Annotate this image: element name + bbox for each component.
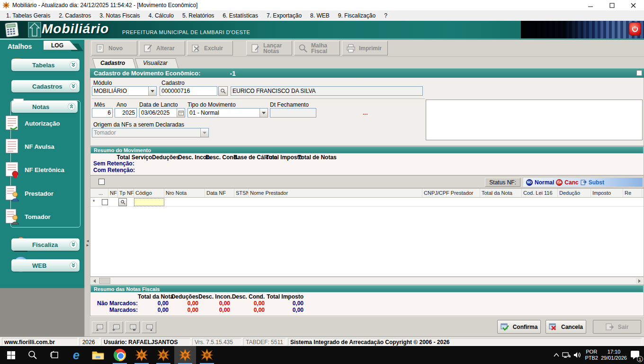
table-row[interactable]: * bbox=[90, 198, 644, 207]
network-icon[interactable] bbox=[562, 352, 571, 358]
log-tab[interactable]: LOG bbox=[44, 41, 78, 50]
data-lancto-input[interactable]: 03/06/2025 bbox=[139, 108, 185, 118]
chevron-up-icon[interactable] bbox=[68, 103, 75, 110]
grid-col-tpnf[interactable]: Tp NF bbox=[118, 189, 134, 197]
menu-fiscalizacao[interactable]: 9. Fiscalização bbox=[334, 11, 380, 20]
menu-estatisticas[interactable]: 6. Estatísticas bbox=[218, 11, 262, 20]
menu-notas-fiscais[interactable]: 3. Notas Fiscais bbox=[95, 11, 144, 20]
sidebar-item-prestador[interactable]: Prestador bbox=[4, 185, 54, 202]
close-icon[interactable] bbox=[623, 0, 644, 10]
sidebar-item-tabelas[interactable]: Tabelas bbox=[11, 59, 80, 71]
grid-col-codigo[interactable]: Código bbox=[134, 189, 164, 197]
grid-col-stsnf[interactable]: STSNF bbox=[234, 189, 249, 197]
excluir-button[interactable]: Excluir bbox=[187, 41, 233, 55]
tipo-movimento-select[interactable]: 01 - Normal bbox=[188, 108, 268, 118]
chevron-down-icon[interactable] bbox=[70, 262, 77, 269]
grid-col-nro-nota[interactable]: Nro Nota bbox=[164, 189, 205, 197]
cancela-button[interactable]: Cancela bbox=[546, 320, 586, 334]
grid-col-deducao[interactable]: Dedução bbox=[558, 189, 591, 197]
grid-col-nome-prestador[interactable]: Nome Prestador bbox=[249, 189, 422, 197]
grid-col-re[interactable]: Re bbox=[623, 189, 642, 197]
language-indicator[interactable]: POR PTB2 bbox=[585, 349, 598, 361]
observacao-box[interactable] bbox=[426, 100, 643, 140]
nav-first-button[interactable] bbox=[92, 321, 107, 333]
scrollbar-thumb[interactable] bbox=[99, 278, 110, 284]
tray-chevron-icon[interactable] bbox=[554, 353, 559, 357]
menu-relatorios[interactable]: 5. Relatórios bbox=[178, 11, 218, 20]
minimize-icon[interactable] bbox=[580, 0, 601, 10]
taskbar-search-icon[interactable] bbox=[22, 346, 44, 364]
grid-col-cod-lei[interactable]: Cod. Lei 116 bbox=[522, 189, 558, 197]
com-retencao-label: Com Retenção: bbox=[93, 167, 135, 173]
clock[interactable]: 17:10 29/01/2026 bbox=[601, 349, 627, 361]
chevron-down-icon[interactable] bbox=[70, 61, 77, 69]
taskbar-app1-icon[interactable] bbox=[131, 346, 152, 364]
menu-web[interactable]: 8. WEB bbox=[306, 11, 334, 20]
start-button[interactable] bbox=[0, 346, 22, 364]
sidebar-splitter[interactable]: ◄► bbox=[84, 40, 90, 337]
sidebar-item-nf-avulsa[interactable]: NF Avulsa bbox=[4, 138, 54, 155]
status-subst-icon bbox=[581, 179, 587, 185]
taskbar-explorer-icon[interactable] bbox=[87, 346, 109, 364]
lancar-notas-button[interactable]: Lançar Notas bbox=[246, 41, 292, 55]
maximize-icon[interactable] bbox=[601, 0, 623, 10]
chevron-down-icon[interactable] bbox=[259, 109, 268, 117]
malha-fiscal-button[interactable]: Malha Fiscal bbox=[294, 41, 340, 55]
nav-prev-button[interactable] bbox=[108, 321, 123, 333]
origem-select[interactable]: Tomador bbox=[92, 128, 209, 137]
codigo-edit-cell[interactable] bbox=[134, 198, 164, 206]
task-view-icon[interactable] bbox=[44, 346, 65, 364]
novo-button[interactable]: Novo bbox=[91, 41, 137, 55]
chevron-down-icon[interactable] bbox=[70, 82, 77, 90]
grid-col-total-nota[interactable]: Total da Nota bbox=[480, 189, 522, 197]
cadastro-input[interactable]: 000000716 bbox=[160, 86, 217, 96]
tab-visualizar[interactable]: Visualizar bbox=[136, 58, 177, 68]
taskbar-chrome-icon[interactable] bbox=[109, 346, 131, 364]
chevron-down-icon[interactable] bbox=[148, 87, 156, 95]
grid-col-nf[interactable]: NF bbox=[108, 189, 118, 197]
mes-input[interactable]: 6 bbox=[92, 108, 113, 118]
menu-exportacao[interactable]: 7. Exportação bbox=[262, 11, 306, 20]
grid-col-imposto[interactable]: Imposto bbox=[591, 189, 623, 197]
sidebar-item-nf-eletronica[interactable]: NF Eletrônica bbox=[4, 161, 64, 178]
menu-cadastros[interactable]: 2. Cadastros bbox=[54, 11, 95, 20]
volume-icon[interactable] bbox=[573, 352, 582, 358]
alterar-button[interactable]: Alterar bbox=[139, 41, 185, 55]
row-search-button[interactable] bbox=[118, 198, 127, 206]
sidebar-item-cadastros[interactable]: Cadastros bbox=[11, 80, 80, 92]
menu-calculo[interactable]: 4. Cálculo bbox=[144, 11, 178, 20]
scroll-right-icon[interactable] bbox=[636, 278, 643, 284]
menu-tabelas-gerais[interactable]: 1. Tabelas Gerais bbox=[2, 11, 54, 20]
imprimir-button[interactable]: Imprimir bbox=[342, 41, 388, 55]
scroll-left-icon[interactable] bbox=[91, 278, 98, 284]
sidebar-item-tomador[interactable]: Tomador bbox=[4, 208, 51, 225]
menu-help[interactable]: ? bbox=[380, 11, 392, 20]
action-center-icon[interactable]: 1 bbox=[630, 349, 641, 361]
nav-last-button[interactable] bbox=[142, 321, 156, 333]
search-cadastro-button[interactable] bbox=[218, 86, 228, 96]
modulo-select[interactable]: MOBILIÁRIO bbox=[92, 86, 157, 96]
nav-next-button[interactable] bbox=[125, 321, 140, 333]
confirma-button[interactable]: Confirma bbox=[497, 320, 541, 334]
grid-col-cnpj-prestador[interactable]: CNPJ/CPF Prestador bbox=[422, 189, 480, 197]
sidebar-item-autorizacao[interactable]: Autorização bbox=[4, 115, 60, 132]
sidebar-item-notas[interactable]: Notas bbox=[11, 100, 78, 113]
chevron-down-icon[interactable] bbox=[70, 241, 77, 248]
grid-col-dots[interactable]: ... bbox=[97, 189, 108, 197]
ano-input[interactable]: 2025 bbox=[115, 108, 137, 118]
sidebar-item-fiscaliza[interactable]: Fiscaliza bbox=[11, 238, 80, 251]
taskbar-app3-icon-active[interactable] bbox=[174, 346, 196, 364]
grid-col-data-nf[interactable]: Data NF bbox=[205, 189, 234, 197]
taskbar-app4-icon[interactable] bbox=[196, 346, 218, 364]
nf-eletronica-icon bbox=[4, 161, 20, 178]
taskbar-ie-icon[interactable]: e bbox=[65, 346, 87, 364]
tab-cadastro[interactable]: Cadastro bbox=[94, 58, 134, 68]
calendar-icon[interactable] bbox=[177, 109, 185, 117]
power-button[interactable] bbox=[629, 22, 641, 36]
sair-button[interactable]: Sair bbox=[593, 320, 641, 334]
taskbar-app2-icon[interactable] bbox=[152, 346, 174, 364]
select-all-checkbox[interactable] bbox=[98, 179, 105, 185]
grid-hscrollbar[interactable] bbox=[90, 277, 644, 285]
sidebar-item-web[interactable]: WEB bbox=[11, 259, 80, 272]
row-checkbox[interactable] bbox=[102, 199, 108, 205]
